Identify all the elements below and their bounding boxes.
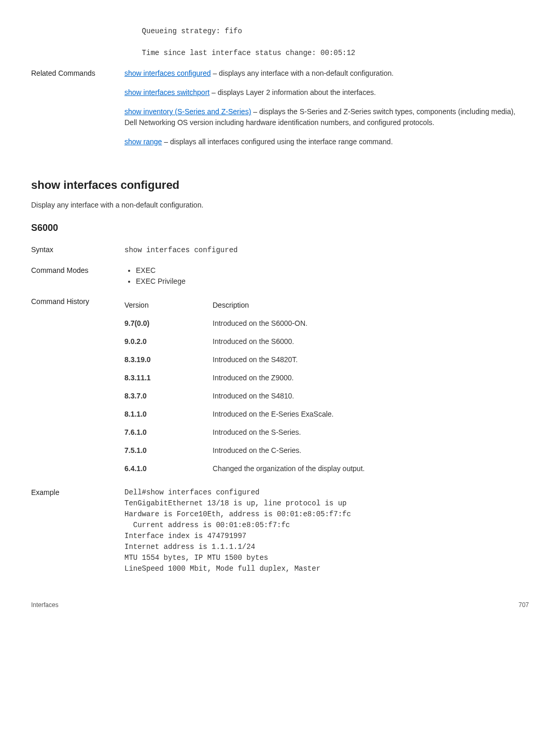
version-cell: 7.6.1.0 (124, 427, 213, 438)
link-show-inventory[interactable]: show inventory (S-Series and Z-Series) (124, 107, 251, 116)
syntax-content: show interfaces configured (124, 244, 529, 256)
example-content: Dell#show interfaces configured TenGigab… (124, 487, 529, 574)
description-cell: Introduced on the S6000-ON. (213, 318, 529, 329)
related-suffix: – displays Layer 2 information about the… (209, 88, 376, 97)
version-cell: 8.3.19.0 (124, 354, 213, 365)
table-row: 8.3.11.1 Introduced on the Z9000. (124, 369, 529, 387)
description-cell: Introduced on the S4810. (213, 391, 529, 402)
code-top: Queueing strategy: fifo Time since last … (124, 26, 529, 59)
footer-page-number: 707 (519, 600, 529, 610)
version-cell: 6.4.1.0 (124, 463, 213, 474)
description-cell: Introduced on the S-Series. (213, 427, 529, 438)
table-row: 8.1.1.0 Introduced on the E-Series ExaSc… (124, 405, 529, 423)
syntax-row: Syntax show interfaces configured (31, 244, 529, 256)
mode-item: EXEC (136, 265, 529, 276)
table-row: 9.0.2.0 Introduced on the S6000. (124, 333, 529, 351)
version-cell: 8.3.11.1 (124, 373, 213, 383)
command-history-row: Command History Version Description 9.7(… (31, 296, 529, 478)
description-cell: Introduced on the C-Series. (213, 445, 529, 456)
table-row: 6.4.1.0 Changed the organization of the … (124, 460, 529, 478)
command-modes-content: EXEC EXEC Privilege (124, 265, 529, 287)
history-table: Version Description 9.7(0.0) Introduced … (124, 296, 529, 478)
related-item: show interfaces switchport – displays La… (124, 87, 529, 98)
description-cell: Introduced on the Z9000. (213, 373, 529, 383)
footer-left: Interfaces (31, 600, 59, 610)
link-show-range[interactable]: show range (124, 137, 162, 146)
related-commands-row: Related Commands show interfaces configu… (31, 68, 529, 156)
section-description: Display any interface with a non-default… (31, 200, 529, 211)
related-suffix: – displays any interface with a non-defa… (211, 69, 394, 77)
modes-list: EXEC EXEC Privilege (124, 265, 529, 287)
link-show-interfaces-switchport[interactable]: show interfaces switchport (124, 88, 209, 97)
page-footer: Interfaces 707 (31, 600, 529, 610)
description-cell: Introduced on the E-Series ExaScale. (213, 409, 529, 420)
description-cell: Changed the organization of the display … (213, 463, 529, 474)
example-label: Example (31, 487, 124, 574)
example-row: Example Dell#show interfaces configured … (31, 487, 529, 574)
table-row: 9.7(0.0) Introduced on the S6000-ON. (124, 314, 529, 333)
version-cell: 8.3.7.0 (124, 391, 213, 402)
related-commands-content: show interfaces configured – displays an… (124, 68, 529, 156)
mode-item: EXEC Privilege (136, 276, 529, 287)
table-row: 8.3.19.0 Introduced on the S4820T. (124, 351, 529, 369)
related-suffix: – displays all interfaces configured usi… (162, 137, 393, 146)
version-cell: 9.0.2.0 (124, 336, 213, 347)
command-modes-row: Command Modes EXEC EXEC Privilege (31, 265, 529, 287)
link-show-interfaces-configured[interactable]: show interfaces configured (124, 69, 211, 77)
table-row: 7.5.1.0 Introduced on the C-Series. (124, 442, 529, 460)
related-item: show interfaces configured – displays an… (124, 68, 529, 79)
command-history-label: Command History (31, 296, 124, 478)
history-header-version: Version (124, 300, 213, 311)
history-header-description: Description (213, 300, 529, 311)
table-row: 7.6.1.0 Introduced on the S-Series. (124, 423, 529, 442)
version-cell: 9.7(0.0) (124, 318, 213, 329)
queueing-output: Queueing strategy: fifo Time since last … (124, 26, 529, 59)
command-history-content: Version Description 9.7(0.0) Introduced … (124, 296, 529, 478)
platform-label: S6000 (31, 221, 529, 235)
example-output: Dell#show interfaces configured TenGigab… (124, 487, 529, 574)
version-cell: 8.1.1.0 (124, 409, 213, 420)
description-cell: Introduced on the S4820T. (213, 354, 529, 365)
related-item: show range – displays all interfaces con… (124, 136, 529, 147)
version-cell: 7.5.1.0 (124, 445, 213, 456)
related-commands-label: Related Commands (31, 68, 124, 156)
description-cell: Introduced on the S6000. (213, 336, 529, 347)
related-item: show inventory (S-Series and Z-Series) –… (124, 106, 529, 128)
command-modes-label: Command Modes (31, 265, 124, 287)
syntax-value: show interfaces configured (124, 246, 237, 254)
table-row: 8.3.7.0 Introduced on the S4810. (124, 387, 529, 405)
syntax-label: Syntax (31, 244, 124, 256)
history-header-row: Version Description (124, 296, 529, 314)
section-heading: show interfaces configured (31, 176, 529, 194)
